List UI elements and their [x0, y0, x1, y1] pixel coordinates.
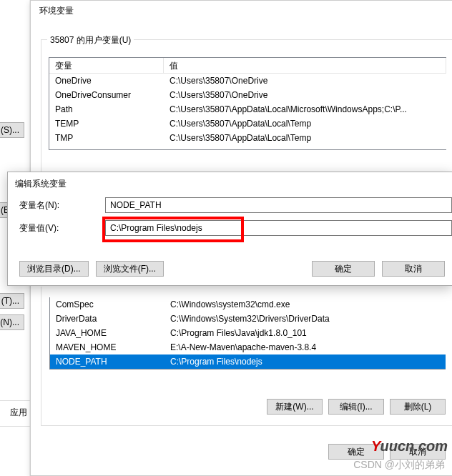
cell-name: OneDrive	[49, 74, 164, 88]
cell-value: C:\Users\35807\OneDrive	[164, 88, 446, 102]
window-title: 环境变量	[39, 5, 74, 17]
cell-name: TEMP	[49, 116, 164, 131]
user-variables-legend: 35807 的用户变量(U)	[47, 34, 134, 46]
variable-value-label: 变量值(V):	[19, 222, 105, 234]
col-header-variable[interactable]: 变量	[49, 58, 164, 73]
ok-button[interactable]: 确定	[328, 444, 384, 460]
table-row[interactable]: OneDriveConsumer C:\Users\35807\OneDrive	[49, 88, 446, 102]
table-row[interactable]: ComSpec C:\Windows\system32\cmd.exe	[50, 297, 446, 312]
cell-name: OneDriveConsumer	[49, 88, 164, 102]
cell-value: C:\Users\35807\AppData\Local\Temp	[164, 131, 446, 145]
browse-file-button[interactable]: 浏览文件(F)...	[96, 261, 164, 277]
browse-directory-button[interactable]: 浏览目录(D)...	[19, 261, 89, 277]
dialog-cancel-button[interactable]: 取消	[382, 261, 445, 277]
edit-system-variable-dialog: 编辑系统变量 变量名(N): 变量值(V): 浏览目录(D)... 浏览文件(F…	[7, 172, 452, 286]
cancel-button[interactable]: 取消	[390, 444, 446, 460]
cell-value: E:\A-New-Maven\apache-maven-3.8.4	[164, 340, 446, 354]
cell-name: ComSpec	[50, 297, 164, 312]
user-variables-table[interactable]: 变量 值 OneDrive C:\Users\35807\OneDrive On…	[49, 57, 446, 150]
col-header-value[interactable]: 值	[164, 58, 446, 73]
cell-value: C:\Users\35807\AppData\Local\Temp	[164, 116, 446, 131]
cell-name: TMP	[49, 131, 164, 145]
new-button[interactable]: 新建(W)...	[267, 399, 323, 415]
cell-value: C:\Windows\system32\cmd.exe	[164, 297, 446, 312]
bg-apply-label: 应用	[10, 407, 27, 419]
table-row[interactable]: MAVEN_HOME E:\A-New-Maven\apache-maven-3…	[50, 340, 446, 354]
table-row[interactable]: TMP C:\Users\35807\AppData\Local\Temp	[49, 131, 446, 145]
variable-name-label: 变量名(N):	[19, 199, 105, 212]
table-row[interactable]: Path C:\Users\35807\AppData\Local\Micros…	[49, 102, 446, 116]
variable-name-input[interactable]	[105, 197, 452, 213]
bg-button-n[interactable]: (N)...	[0, 314, 24, 330]
dialog-title: 编辑系统变量	[15, 178, 67, 190]
cell-value: C:\Windows\System32\Drivers\DriverData	[164, 312, 446, 326]
table-row[interactable]: DriverData C:\Windows\System32\Drivers\D…	[50, 312, 446, 326]
cell-name: NODE_PATH	[50, 354, 164, 369]
system-variables-table[interactable]: ComSpec C:\Windows\system32\cmd.exe Driv…	[49, 297, 446, 370]
table-row-selected[interactable]: NODE_PATH C:\Program Files\nodejs	[50, 354, 446, 369]
cell-value: C:\Users\35807\OneDrive	[164, 74, 446, 88]
cell-value: C:\Users\35807\AppData\Local\Microsoft\W…	[164, 102, 446, 116]
table-row[interactable]: OneDrive C:\Users\35807\OneDrive	[49, 74, 446, 88]
bg-button-s[interactable]: (S)...	[0, 122, 24, 138]
cell-name: MAVEN_HOME	[50, 340, 164, 354]
dialog-ok-button[interactable]: 确定	[312, 261, 375, 277]
cell-name: Path	[49, 102, 164, 116]
edit-button[interactable]: 编辑(I)...	[328, 399, 384, 415]
cell-value: C:\Program Files\Java\jdk1.8.0_101	[164, 326, 446, 340]
delete-button[interactable]: 删除(L)	[390, 399, 446, 415]
bg-button-t[interactable]: (T)...	[0, 293, 24, 309]
window-bottom-buttons: 确定 取消	[31, 444, 452, 460]
cell-name: DriverData	[50, 312, 164, 326]
system-variables-buttons: 新建(W)... 编辑(I)... 删除(L)	[31, 399, 452, 415]
table-row[interactable]: JAVA_HOME C:\Program Files\Java\jdk1.8.0…	[50, 326, 446, 340]
variable-value-input[interactable]	[105, 220, 452, 236]
table-row[interactable]: TEMP C:\Users\35807\AppData\Local\Temp	[49, 116, 446, 131]
cell-value: C:\Program Files\nodejs	[164, 354, 446, 369]
cell-name: JAVA_HOME	[50, 326, 164, 340]
